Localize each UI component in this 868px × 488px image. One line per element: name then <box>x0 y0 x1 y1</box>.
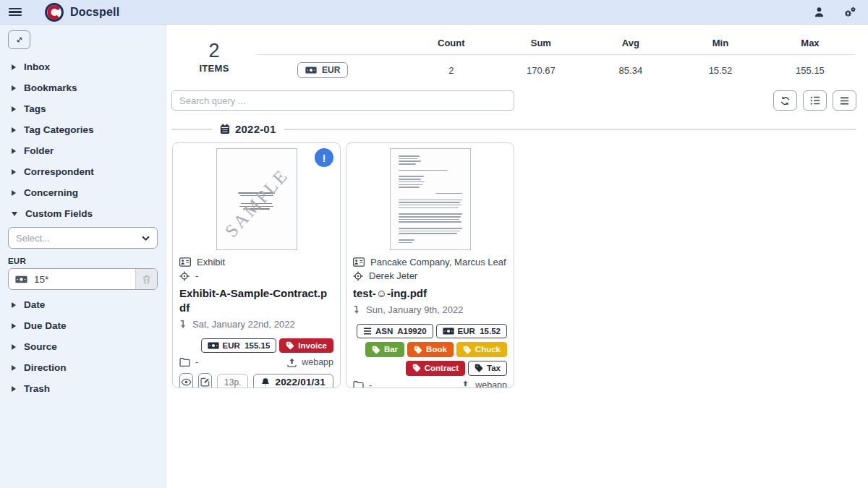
tag-icon <box>372 346 380 354</box>
sidebar-item-source[interactable]: Source <box>8 336 158 357</box>
sidebar-item-trash[interactable]: Trash <box>8 378 158 399</box>
trash-icon <box>142 275 150 284</box>
address-card-icon <box>179 257 191 267</box>
preview-button[interactable] <box>179 373 193 388</box>
bell-icon <box>261 377 270 387</box>
caret-icon <box>12 344 16 350</box>
money-bill-icon <box>9 269 33 289</box>
item-title[interactable]: Exhibit-A-Sample-Contract.pdf <box>179 286 333 315</box>
refresh-button[interactable] <box>773 90 797 111</box>
stats-header-max: Max <box>765 35 855 55</box>
document-preview: SAMPLE <box>216 148 297 250</box>
badge-eur-155-15[interactable]: EUR 155.15 <box>201 338 277 354</box>
caret-icon <box>12 64 16 70</box>
crosshair-icon <box>353 271 363 281</box>
sidebar-item-correspondent[interactable]: Correspondent <box>8 161 158 182</box>
crosshair-icon <box>179 271 190 281</box>
concerning-text[interactable]: - <box>195 270 198 281</box>
tag-icon <box>286 341 294 350</box>
document-thumbnail[interactable]: ! <box>346 143 514 252</box>
badge-bar[interactable]: Bar <box>365 342 404 357</box>
sidebar-item-concerning[interactable]: Concerning <box>8 182 158 203</box>
caret-icon <box>12 190 16 196</box>
bars-icon <box>840 97 849 105</box>
stats-value-min: 15.52 <box>676 55 765 80</box>
badges-row: ASN A19920EUR 15.52BarBookChuckContractT… <box>353 324 507 376</box>
item-cards-row: SAMPLE ! Exhibit - <box>171 142 862 388</box>
currency-filter-button[interactable]: EUR <box>297 62 348 78</box>
search-input[interactable] <box>171 90 514 111</box>
sidebar-item-inbox[interactable]: Inbox <box>8 56 158 77</box>
badge-contract[interactable]: Contract <box>406 361 465 376</box>
list-check-icon <box>810 96 820 105</box>
item-card[interactable]: ! Pancake Company, Marcus Leaf Derek Jet <box>346 142 514 388</box>
gears-icon[interactable] <box>843 7 856 18</box>
arrow-down-icon <box>179 319 187 330</box>
sidebar-item-label: Date <box>24 299 45 310</box>
badge-tax[interactable]: Tax <box>468 361 507 376</box>
sidebar-item-label: Correspondent <box>24 166 94 177</box>
edit-button[interactable] <box>198 373 212 388</box>
caret-icon <box>12 386 16 392</box>
sidebar-item-custom-fields[interactable]: Custom Fields <box>8 203 158 224</box>
source-value: webapp <box>302 357 333 367</box>
page-count-badge: 13p. <box>217 374 248 388</box>
sidebar-item-due-date[interactable]: Due Date <box>8 315 158 336</box>
stats-section: 2 ITEMS CountSumAvgMinMax EUR 2170.6785.… <box>171 32 862 79</box>
sidebar-item-label: Bookmarks <box>24 82 77 93</box>
top-navbar: Docspell <box>0 0 868 25</box>
sidebar-item-direction[interactable]: Direction <box>8 357 158 378</box>
sidebar-expand-button[interactable] <box>8 30 30 49</box>
filter-sidebar: Inbox Bookmarks Tags Tag Categories Fold… <box>0 25 166 488</box>
stats-value-count: 2 <box>407 55 496 80</box>
brand[interactable]: Docspell <box>45 3 119 22</box>
tag-icon <box>463 346 472 354</box>
alert-badge-icon[interactable]: ! <box>315 148 333 167</box>
sidebar-item-label: Source <box>24 341 57 352</box>
sidebar-item-label: Direction <box>24 362 67 373</box>
tag-icon <box>414 346 422 354</box>
folder-icon <box>353 381 364 388</box>
divider-line <box>171 129 212 130</box>
badge-book[interactable]: Book <box>407 342 454 357</box>
sidebar-item-tags[interactable]: Tags <box>8 98 158 119</box>
custom-field-select[interactable]: Select... <box>8 227 158 249</box>
money-bill-icon <box>305 67 317 74</box>
list-icon <box>363 328 372 335</box>
item-title[interactable]: test-☺-ing.pdf <box>353 286 507 301</box>
badge-chuck[interactable]: Chuck <box>456 342 507 357</box>
sidebar-item-folder[interactable]: Folder <box>8 140 158 161</box>
clear-field-button[interactable] <box>135 269 157 289</box>
due-date-badge[interactable]: 2022/01/31 <box>253 374 333 388</box>
money-bill-icon <box>443 328 454 335</box>
custom-field-value-input[interactable] <box>33 269 135 289</box>
concerning-text[interactable]: Derek Jeter <box>369 270 417 281</box>
badge-invoice[interactable]: Invoice <box>279 338 333 354</box>
sidebar-item-date[interactable]: Date <box>8 294 158 315</box>
due-date-text: 2022/01/31 <box>275 377 326 388</box>
search-row <box>171 90 862 111</box>
menu-icon[interactable] <box>9 8 22 17</box>
caret-icon <box>12 169 16 175</box>
document-thumbnail[interactable]: SAMPLE ! <box>173 143 340 252</box>
items-count-block: 2 ITEMS <box>171 32 257 74</box>
tag-icon <box>475 364 483 372</box>
sidebar-item-tag-categories[interactable]: Tag Categories <box>8 119 158 140</box>
badge-asn-a19920[interactable]: ASN A19920 <box>357 324 433 339</box>
item-card[interactable]: SAMPLE ! Exhibit - <box>172 142 341 388</box>
stats-value-max: 155.15 <box>765 55 855 80</box>
folder-icon <box>179 358 190 367</box>
calendar-icon <box>220 124 230 134</box>
correspondent-text[interactable]: Exhibit <box>197 257 225 267</box>
view-menu-button[interactable] <box>833 90 856 111</box>
chevron-down-icon <box>142 236 150 241</box>
stats-header-min: Min <box>676 35 765 55</box>
correspondent-text[interactable]: Pancake Company, Marcus Leaf <box>370 257 506 267</box>
select-mode-button[interactable] <box>803 90 827 111</box>
badge-eur-15-52[interactable]: EUR 15.52 <box>436 324 507 339</box>
document-preview <box>390 148 471 250</box>
user-icon[interactable] <box>814 7 825 17</box>
sidebar-item-bookmarks[interactable]: Bookmarks <box>8 77 158 98</box>
caret-icon <box>12 365 16 371</box>
stats-header-avg: Avg <box>586 35 676 55</box>
